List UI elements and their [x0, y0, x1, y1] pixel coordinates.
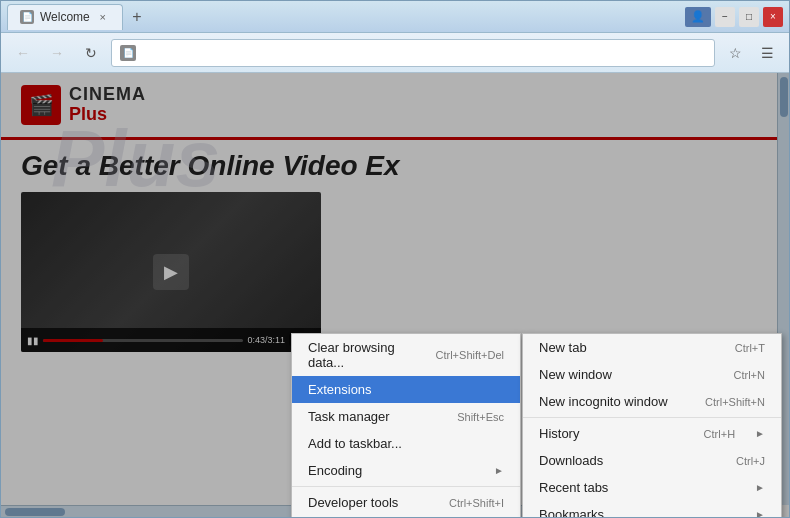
menu-item-add-taskbar[interactable]: Add to taskbar... [292, 430, 520, 457]
menu-item-label: Extensions [308, 382, 372, 397]
address-bar[interactable]: 📄 [111, 39, 715, 67]
new-tab-button[interactable]: + [127, 7, 147, 27]
menu-item-shortcut: Ctrl+H [704, 428, 735, 440]
close-button[interactable]: × [763, 7, 783, 27]
tab-close-button[interactable]: × [96, 10, 110, 24]
menu-item-label: Downloads [539, 453, 603, 468]
menu-item-shortcut: Ctrl+Shift+Del [436, 349, 504, 361]
menu-item-history[interactable]: History Ctrl+H ► [523, 420, 781, 447]
menu-item-label: Recent tabs [539, 480, 608, 495]
menu-item-shortcut: Shift+Esc [457, 411, 504, 423]
menu-item-label: New tab [539, 340, 587, 355]
tab-title: Welcome [40, 10, 90, 24]
page-icon: 📄 [120, 45, 136, 61]
menu-item-task-manager[interactable]: Task manager Shift+Esc [292, 403, 520, 430]
menu-divider [523, 417, 781, 418]
minimize-button[interactable]: − [715, 7, 735, 27]
menu-item-label: Developer tools [308, 495, 398, 510]
menu-item-label: Clear browsing data... [308, 340, 416, 370]
menu-item-new-tab[interactable]: New tab Ctrl+T [523, 334, 781, 361]
context-menu-container: Clear browsing data... Ctrl+Shift+Del Ex… [1, 73, 789, 517]
menu-item-recent-tabs[interactable]: Recent tabs ► [523, 474, 781, 501]
nav-bar: ← → ↻ 📄 ☆ ☰ [1, 33, 789, 73]
menu-item-shortcut: Ctrl+J [736, 455, 765, 467]
menu-item-shortcut: Ctrl+Shift+N [705, 396, 765, 408]
menu-item-bookmarks[interactable]: Bookmarks ► [523, 501, 781, 517]
bookmark-button[interactable]: ☆ [721, 39, 749, 67]
submenu-arrow-icon: ► [755, 509, 765, 517]
menu-item-dev-tools[interactable]: Developer tools Ctrl+Shift+I [292, 489, 520, 516]
title-bar-left: 📄 Welcome × + [7, 4, 685, 30]
title-bar: 📄 Welcome × + 👤 − □ × [1, 1, 789, 33]
nav-right-buttons: ☆ ☰ [721, 39, 781, 67]
content-area: 🎬 CINEMA Plus Plus Get a Better Online V… [1, 73, 789, 517]
menu-item-label: New window [539, 367, 612, 382]
menu-item-label: Task manager [308, 409, 390, 424]
submenu-arrow-icon: ► [494, 465, 504, 476]
submenu-arrow-icon: ► [755, 482, 765, 493]
menu-item-label: New incognito window [539, 394, 668, 409]
menu-item-shortcut: Ctrl+Shift+I [449, 497, 504, 509]
menu-item-shortcut: Ctrl+T [735, 342, 765, 354]
menu-item-label: Bookmarks [539, 507, 604, 517]
more-tools-submenu: Clear browsing data... Ctrl+Shift+Del Ex… [291, 333, 521, 517]
forward-button[interactable]: → [43, 39, 71, 67]
chrome-main-menu: New tab Ctrl+T New window Ctrl+N New inc… [522, 333, 782, 517]
menu-item-clear-browsing[interactable]: Clear browsing data... Ctrl+Shift+Del [292, 334, 520, 376]
menu-item-new-window[interactable]: New window Ctrl+N [523, 361, 781, 388]
menu-item-label: Add to taskbar... [308, 436, 402, 451]
tab-favicon: 📄 [20, 10, 34, 24]
menu-item-encoding[interactable]: Encoding ► [292, 457, 520, 484]
browser-tab[interactable]: 📄 Welcome × [7, 4, 123, 30]
title-bar-controls: 👤 − □ × [685, 7, 783, 27]
menu-item-extensions[interactable]: Extensions [292, 376, 520, 403]
menu-item-incognito[interactable]: New incognito window Ctrl+Shift+N [523, 388, 781, 415]
maximize-button[interactable]: □ [739, 7, 759, 27]
menu-item-label: Encoding [308, 463, 362, 478]
refresh-button[interactable]: ↻ [77, 39, 105, 67]
browser-window: 📄 Welcome × + 👤 − □ × ← → ↻ 📄 ☆ ☰ [0, 0, 790, 518]
back-button[interactable]: ← [9, 39, 37, 67]
menu-item-view-source[interactable]: View source Ctrl+U [292, 516, 520, 517]
menu-item-downloads[interactable]: Downloads Ctrl+J [523, 447, 781, 474]
submenu-arrow-icon: ► [755, 428, 765, 439]
user-button[interactable]: 👤 [685, 7, 711, 27]
menu-item-label: History [539, 426, 579, 441]
menu-button[interactable]: ☰ [753, 39, 781, 67]
menu-item-shortcut: Ctrl+N [734, 369, 765, 381]
menu-divider [292, 486, 520, 487]
